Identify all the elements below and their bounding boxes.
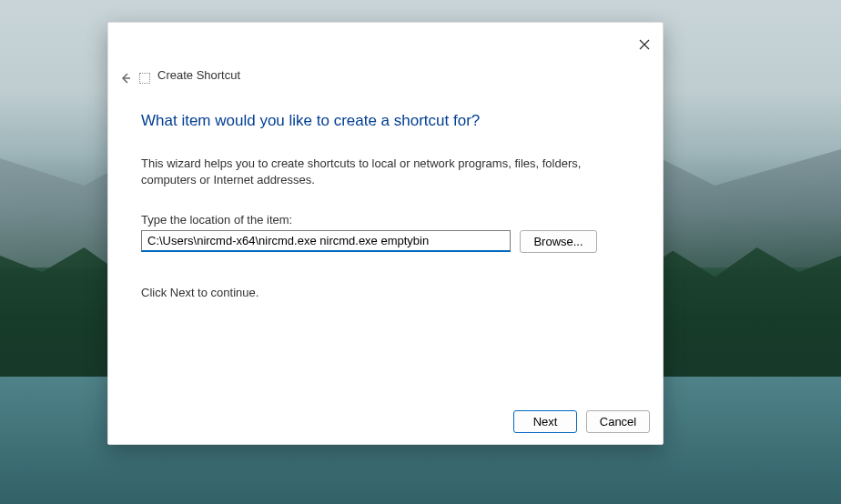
browse-button[interactable]: Browse... (520, 230, 597, 253)
dialog-footer: Next Cancel (513, 410, 650, 433)
close-button[interactable] (633, 34, 655, 55)
continue-text: Click Next to continue. (141, 286, 630, 299)
location-input[interactable] (141, 230, 511, 252)
back-arrow-icon (119, 72, 132, 85)
desktop-background: Create Shortcut What item would you like… (0, 0, 841, 504)
next-button[interactable]: Next (513, 410, 577, 433)
cancel-button[interactable]: Cancel (586, 410, 650, 433)
dialog-description: This wizard helps you to create shortcut… (141, 156, 614, 187)
dialog-title: Create Shortcut (157, 68, 240, 82)
location-label: Type the location of the item: (141, 213, 630, 227)
dialog-heading: What item would you like to create a sho… (141, 112, 630, 130)
location-row: Browse... (141, 230, 630, 253)
close-icon (639, 39, 650, 50)
back-button[interactable] (116, 68, 136, 88)
dialog-content: What item would you like to create a sho… (141, 112, 630, 299)
create-shortcut-dialog: Create Shortcut What item would you like… (107, 22, 664, 445)
shortcut-wizard-icon (139, 73, 150, 84)
